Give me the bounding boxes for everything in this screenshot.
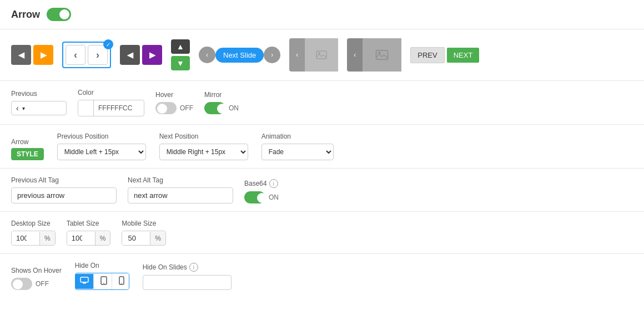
hover-hide-row: Shows On Hover OFF Hide On Hide On Slide… (0, 254, 644, 298)
shows-on-hover-group: Shows On Hover OFF (11, 267, 62, 290)
prev-arrow-style1[interactable]: ◀ (11, 45, 31, 65)
style-option-2[interactable]: ✓ ‹ › (62, 42, 111, 68)
img-arrow-left-7[interactable]: ‹ (347, 38, 363, 72)
style-option-3[interactable]: ◀ ▶ (120, 45, 162, 65)
prev-arrow-style2[interactable]: ‹ (66, 45, 85, 65)
alt-tags-row: Previous Alt Tag Next Alt Tag Base64 i O… (0, 169, 644, 212)
hide-on-slides-input[interactable] (143, 275, 232, 290)
prev-text-btn[interactable]: PREV (410, 47, 444, 63)
previous-label: Previous (11, 90, 67, 98)
svg-rect-0 (316, 51, 326, 59)
shows-on-hover-toggle-group: OFF (11, 278, 62, 290)
color-input[interactable]: FFFFFFCC (78, 100, 144, 116)
mobile-size-value[interactable] (122, 231, 150, 245)
settings-row-1: Previous ‹ ▾ Color FFFFFFCC Hover OFF Mi… (0, 81, 644, 125)
mobile-size-unit: % (150, 232, 165, 245)
next-alt-tag-input[interactable] (128, 187, 233, 203)
base64-toggle[interactable] (244, 191, 265, 203)
svg-rect-6 (83, 282, 85, 283)
animation-select[interactable]: Fade Slide None (261, 144, 334, 160)
base64-info-icon[interactable]: i (269, 179, 278, 188)
desktop-size-group: Desktop Size % (11, 220, 56, 246)
style-option-6[interactable]: ‹ (289, 38, 338, 72)
down-arrow-style4[interactable]: ▼ (171, 56, 190, 70)
desktop-size-input: % (11, 231, 56, 246)
svg-point-8 (103, 283, 104, 284)
chevron-down-icon: ▾ (22, 105, 25, 111)
hide-on-slides-group: Hide On Slides i (143, 263, 232, 290)
tablet-size-input: % (67, 231, 111, 246)
arrow-toggle[interactable] (47, 8, 71, 21)
image-arrow-group-7: ‹ (347, 38, 401, 72)
svg-point-10 (121, 283, 122, 283)
arrow-style-badge[interactable]: STYLE (11, 148, 44, 160)
next-text-btn[interactable]: NEXT (447, 48, 480, 63)
animation-group: Animation Fade Slide None (261, 133, 334, 160)
sizes-row: Desktop Size % Tablet Size % Mobile Size… (0, 212, 644, 254)
up-arrow-style4[interactable]: ▲ (171, 39, 190, 54)
color-value: FFFFFFCC (94, 102, 144, 114)
vertical-arrows: ▲ ▼ (171, 39, 190, 70)
svg-rect-2 (376, 50, 388, 59)
img-arrow-left-6[interactable]: ‹ (289, 38, 305, 72)
mobile-size-group: Mobile Size % (122, 220, 166, 246)
previous-dropdown-value: ‹ (16, 104, 19, 113)
shows-on-hover-toggle[interactable] (11, 278, 32, 290)
previous-dropdown[interactable]: ‹ ▾ (11, 101, 67, 115)
base64-toggle-slider[interactable] (244, 191, 265, 203)
base64-toggle-group: ON (244, 191, 279, 203)
hide-on-group: Hide On (75, 262, 129, 290)
toggle-slider[interactable] (47, 8, 71, 21)
next-position-select[interactable]: Middle Right + 15px (159, 144, 248, 160)
mirror-toggle-slider[interactable] (204, 102, 225, 114)
prev-circle-btn[interactable]: ‹ (199, 47, 215, 63)
hover-toggle-slider[interactable] (155, 102, 177, 114)
mirror-label: Mirror (204, 91, 239, 99)
base64-state-label: ON (269, 193, 279, 201)
prev-position-select[interactable]: Middle Left + 15px (57, 144, 146, 160)
next-circle-btn[interactable]: › (264, 47, 280, 63)
prev-alt-tag-input[interactable] (11, 187, 117, 203)
tablet-size-value[interactable] (67, 231, 95, 245)
positions-row: Arrow STYLE Previous Position Middle Lef… (0, 125, 644, 169)
hover-toggle[interactable] (155, 102, 177, 114)
next-slide-label[interactable]: Next Slide (215, 48, 264, 63)
desktop-size-value[interactable] (12, 231, 39, 245)
next-arrow-style3[interactable]: ▶ (142, 45, 162, 65)
arrow-styles-row: ◀ ▶ ✓ ‹ › ◀ ▶ ▲ ▼ ‹ Next Slide › ‹ (0, 29, 644, 81)
image-arrow-group-6: ‹ (289, 38, 338, 72)
prev-alt-tag-label: Previous Alt Tag (11, 176, 117, 184)
img-placeholder-7 (363, 38, 401, 72)
desktop-size-unit: % (39, 232, 55, 245)
hide-on-slides-info-icon[interactable]: i (189, 263, 198, 272)
next-position-label: Next Position (159, 133, 248, 140)
base64-group: Base64 i ON (244, 179, 279, 203)
style-option-5[interactable]: ‹ Next Slide › (199, 47, 280, 63)
tablet-size-unit: % (95, 232, 110, 245)
hover-toggle-group: OFF (155, 102, 193, 114)
shows-on-hover-label: Shows On Hover (11, 267, 62, 274)
previous-field-group: Previous ‹ ▾ (11, 90, 67, 115)
hide-on-tablet-btn[interactable] (96, 273, 112, 289)
hide-on-slides-label: Hide On Slides (143, 263, 187, 271)
base64-label: Base64 (244, 180, 267, 187)
shows-on-hover-slider[interactable] (11, 278, 32, 290)
mirror-toggle[interactable] (204, 102, 225, 114)
style-option-8[interactable]: PREV NEXT (410, 47, 479, 63)
hover-state-label: OFF (180, 104, 193, 112)
prev-next-group: PREV NEXT (410, 47, 479, 63)
style-option-1[interactable]: ◀ ▶ (11, 45, 53, 65)
style-option-7[interactable]: ‹ (347, 38, 401, 72)
mobile-size-label: Mobile Size (122, 220, 166, 227)
next-arrow-style1[interactable]: ▶ (33, 45, 53, 65)
hide-on-desktop-btn[interactable] (76, 274, 94, 289)
prev-position-label: Previous Position (57, 133, 146, 140)
prev-position-group: Previous Position Middle Left + 15px (57, 133, 146, 160)
mobile-size-input: % (122, 231, 166, 246)
hide-on-mobile-btn[interactable] (114, 273, 129, 289)
shows-on-hover-state: OFF (36, 280, 49, 288)
style-option-4[interactable]: ▲ ▼ (171, 39, 190, 70)
selected-check: ✓ (103, 39, 113, 49)
prev-arrow-style3[interactable]: ◀ (120, 45, 140, 65)
mirror-toggle-group: ON (204, 102, 239, 114)
